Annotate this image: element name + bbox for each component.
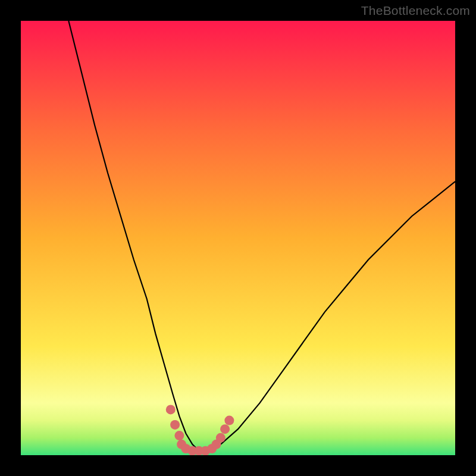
bottom-marker [174, 431, 184, 440]
bottom-marker [170, 420, 180, 430]
bottom-marker [220, 424, 230, 434]
bottom-marker [166, 405, 176, 414]
bottom-marker [216, 433, 226, 443]
bottom-marker [224, 416, 234, 425]
chart-frame [21, 21, 455, 455]
plot-svg [21, 21, 455, 455]
watermark-text: TheBottleneck.com [361, 4, 470, 18]
